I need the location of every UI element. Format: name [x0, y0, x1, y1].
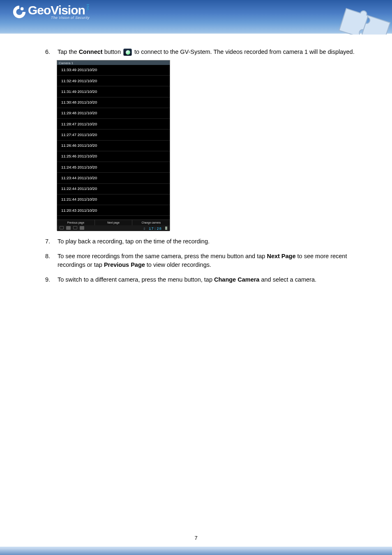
brand-text: GeoVision [28, 3, 85, 17]
tablet-clock: 17:28 [149, 227, 162, 231]
screenshot-header: Camera 1 [57, 60, 170, 65]
list-item[interactable]: 11:19:43 2011/10/20 [57, 216, 170, 220]
step-number: 8. [45, 252, 56, 261]
download-icon: ⇩ [143, 227, 146, 231]
step-number: 7. [45, 237, 56, 246]
recording-list: 11:33:49 2011/10/20 11:32:49 2011/10/20 … [57, 65, 170, 220]
list-item[interactable]: 11:21:44 2011/10/20 [57, 194, 170, 205]
brand-logo: GeoVisionInc. The Vision of Security [12, 4, 90, 20]
text-fragment: to connect to the GV-System. The videos … [133, 49, 355, 55]
list-item[interactable]: 11:32:49 2011/10/20 [57, 76, 170, 86]
list-item[interactable]: 11:22:44 2011/10/20 [57, 184, 170, 194]
list-item[interactable]: 11:28:47 2011/10/20 [57, 119, 170, 130]
decorative-puzzle-icon [311, 0, 392, 35]
recent-icon[interactable] [73, 226, 77, 229]
list-item[interactable]: 11:31:49 2011/10/20 [57, 86, 170, 97]
battery-icon [165, 227, 167, 230]
brand-inc: Inc. [86, 4, 90, 12]
list-item[interactable]: 11:29:48 2011/10/20 [57, 108, 170, 119]
text-fragment: To switch to a different camera, press t… [58, 276, 214, 283]
step-6: 6. Tap the Connect button to connect to … [45, 48, 368, 231]
step-9: 9. To switch to a different camera, pres… [45, 275, 368, 284]
list-item[interactable]: 11:24:45 2011/10/20 [57, 162, 170, 173]
page-content: 6. Tap the Connect button to connect to … [0, 34, 392, 284]
brand-name: GeoVisionInc. [28, 4, 90, 16]
step-number: 9. [45, 275, 56, 284]
text-fragment: To see more recordings from the same cam… [58, 253, 267, 259]
text-fragment: button [103, 49, 122, 55]
text-fragment: to view older recordings. [145, 261, 211, 268]
apps-icon[interactable] [80, 226, 84, 230]
list-item[interactable]: 11:25:46 2011/10/20 [57, 151, 170, 162]
page-number: 7 [0, 535, 392, 541]
list-item[interactable]: 11:33:49 2011/10/20 [57, 65, 170, 76]
previous-page-label: Previous Page [104, 261, 145, 268]
page-footer [0, 547, 392, 555]
text-fragment: and select a camera. [259, 276, 316, 283]
page-header: GeoVisionInc. The Vision of Security [0, 0, 392, 34]
change-camera-label: Change Camera [214, 276, 259, 283]
tablet-screenshot: Camera 1 11:33:49 2011/10/20 11:32:49 20… [57, 60, 170, 231]
back-icon[interactable] [60, 226, 64, 229]
step-8: 8. To see more recordings from the same … [45, 252, 368, 270]
list-item[interactable]: 11:26:46 2011/10/20 [57, 141, 170, 151]
text-fragment: Tap the [58, 49, 79, 55]
step-7: 7. To play back a recording, tap on the … [45, 237, 368, 246]
connect-label: Connect [79, 49, 103, 55]
tablet-nav-bar: ⇩ 17:28 [57, 225, 170, 231]
next-page-button[interactable]: Next page [95, 220, 133, 225]
list-item[interactable]: 11:23:44 2011/10/20 [57, 173, 170, 183]
previous-page-button[interactable]: Previous page [57, 220, 95, 225]
svg-point-0 [21, 7, 24, 11]
home-icon[interactable] [66, 226, 71, 230]
step-number: 6. [45, 48, 56, 57]
connect-button-icon [123, 49, 132, 56]
next-page-label: Next Page [267, 253, 295, 259]
list-item[interactable]: 11:30:48 2011/10/20 [57, 97, 170, 108]
list-item[interactable]: 11:27:47 2011/10/20 [57, 130, 170, 140]
list-item[interactable]: 11:20:43 2011/10/20 [57, 205, 170, 216]
step-text: To play back a recording, tap on the tim… [58, 237, 362, 246]
logo-mark-icon [12, 4, 27, 20]
